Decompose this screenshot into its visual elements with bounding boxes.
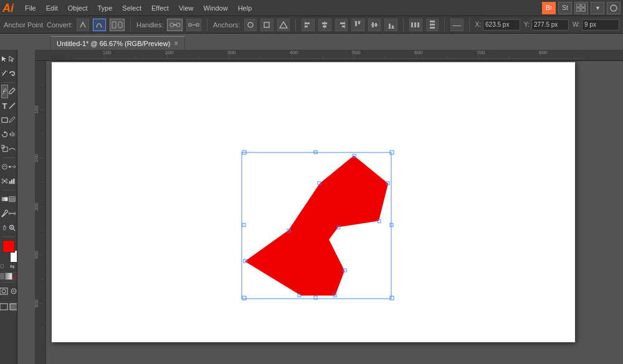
measure-tool[interactable] <box>9 207 16 220</box>
blend-tool[interactable] <box>9 160 16 174</box>
anchors-btn-1[interactable] <box>244 19 257 31</box>
reflect-tool[interactable] <box>9 128 16 141</box>
selection-tool[interactable] <box>1 52 8 66</box>
line-tool[interactable] <box>9 99 16 113</box>
menu-view[interactable]: View <box>174 2 199 14</box>
align-center-h-btn[interactable] <box>318 19 331 31</box>
type-tool[interactable]: T <box>1 99 8 113</box>
align-bottom-btn[interactable] <box>384 19 397 31</box>
anchors-btn-2[interactable] <box>260 19 273 31</box>
handles-btn-2[interactable] <box>186 19 201 31</box>
menu-window[interactable]: Window <box>199 2 233 14</box>
default-colors-btn[interactable]: ◻ <box>0 263 7 271</box>
presentation-view-btn[interactable] <box>9 300 18 314</box>
tool-sep-4 <box>2 236 15 237</box>
svg-line-71 <box>4 213 6 215</box>
svg-rect-87 <box>74 50 584 61</box>
pen-tool-group <box>0 67 17 80</box>
menu-select[interactable]: Select <box>117 2 146 14</box>
paintbrush-tool[interactable] <box>9 113 16 127</box>
handle-left-mid[interactable] <box>242 223 245 226</box>
align-left-btn[interactable] <box>302 19 315 31</box>
stock-btn[interactable]: St <box>558 2 572 14</box>
w-input[interactable] <box>582 19 619 30</box>
anchor-3[interactable] <box>390 296 394 300</box>
svg-marker-15 <box>280 22 287 28</box>
menu-edit[interactable]: Edit <box>41 2 63 14</box>
svg-point-57 <box>2 179 3 180</box>
document-tab[interactable]: Untitled-1* @ 66.67% (RGB/Preview) × <box>50 36 185 50</box>
scale-shear-group <box>0 142 17 156</box>
svg-rect-39 <box>430 27 435 29</box>
convert-btn-1[interactable] <box>77 19 90 31</box>
svg-rect-79 <box>6 273 12 279</box>
svg-rect-62 <box>11 180 12 184</box>
svg-rect-34 <box>411 22 413 27</box>
foreground-swatch[interactable] <box>2 240 15 253</box>
mesh-tool[interactable] <box>9 192 16 206</box>
pen-tool[interactable] <box>1 85 8 98</box>
eyedropper-tool[interactable] <box>1 207 8 220</box>
menu-help[interactable]: Help <box>233 2 257 14</box>
svg-point-58 <box>6 179 7 180</box>
rotate-tool[interactable] <box>1 128 8 141</box>
lasso-tool[interactable] <box>9 67 16 80</box>
warp-tool[interactable] <box>1 160 8 174</box>
direct-selection-tool[interactable] <box>9 52 16 66</box>
svg-text:300: 300 <box>227 50 236 55</box>
sep2 <box>207 19 207 31</box>
x-input[interactable] <box>483 19 520 30</box>
align-top-btn[interactable] <box>351 19 364 31</box>
hand-tool[interactable] <box>1 221 8 235</box>
convert-btn-3[interactable] <box>110 19 125 31</box>
reshape-tool[interactable] <box>9 142 16 156</box>
tab-title: Untitled-1* @ 66.67% (RGB/Preview) <box>57 40 170 47</box>
symbol-tool[interactable] <box>1 174 8 188</box>
draw-inside-btn[interactable] <box>0 284 8 298</box>
magic-wand-tool[interactable] <box>1 67 8 80</box>
canvas-area[interactable]: 100 200 300 400 500 600 700 800 <box>17 50 623 364</box>
rectangle-tool[interactable] <box>1 113 8 127</box>
gradient-tool[interactable] <box>1 192 8 206</box>
y-coord-group: Y: <box>524 19 569 30</box>
swap-colors-btn[interactable]: ⇆ <box>10 263 17 271</box>
x-label: X: <box>475 21 481 28</box>
red-shape[interactable] <box>245 156 388 296</box>
menu-type[interactable]: Type <box>93 2 118 14</box>
align-center-v-btn[interactable] <box>368 19 381 31</box>
menu-object[interactable]: Object <box>63 2 93 14</box>
menu-effect[interactable]: Effect <box>146 2 174 14</box>
color-fill-btn[interactable] <box>0 273 5 280</box>
artboard[interactable] <box>52 62 575 342</box>
svg-line-46 <box>9 103 15 108</box>
scale-tool[interactable] <box>1 142 8 156</box>
distribute-v-btn[interactable] <box>426 19 439 31</box>
sep1 <box>130 19 131 31</box>
no-fill-btn[interactable] <box>12 273 18 280</box>
convert-btn-2[interactable] <box>93 19 106 31</box>
menu-file[interactable]: File <box>20 2 41 14</box>
anchors-btn-3[interactable] <box>277 19 290 31</box>
y-input[interactable] <box>531 19 569 30</box>
pencil-tool[interactable] <box>9 85 16 98</box>
graph-tool[interactable] <box>9 174 16 188</box>
anchor-4[interactable] <box>242 296 246 300</box>
align-right-btn[interactable] <box>335 19 348 31</box>
svg-rect-16 <box>305 22 310 24</box>
svg-rect-5 <box>112 22 116 28</box>
handles-btn-1[interactable] <box>167 19 182 31</box>
normal-view-btn[interactable] <box>0 300 8 314</box>
sync-btn[interactable] <box>607 2 621 14</box>
workspace-dropdown-btn[interactable]: ▾ <box>591 2 604 14</box>
gradient-fill-btn[interactable] <box>5 273 12 280</box>
svg-line-80 <box>13 273 18 279</box>
bridge-btn[interactable]: Br <box>542 2 556 14</box>
dash-btn[interactable]: — <box>450 19 464 31</box>
svg-rect-36 <box>417 22 419 27</box>
workspace-grid-btn[interactable] <box>574 2 588 14</box>
distribute-h-btn[interactable] <box>409 19 422 31</box>
tab-close-btn[interactable]: × <box>174 39 178 48</box>
sep3 <box>295 19 296 31</box>
zoom-tool[interactable] <box>9 221 16 235</box>
zoom-level-btn[interactable] <box>9 284 18 298</box>
